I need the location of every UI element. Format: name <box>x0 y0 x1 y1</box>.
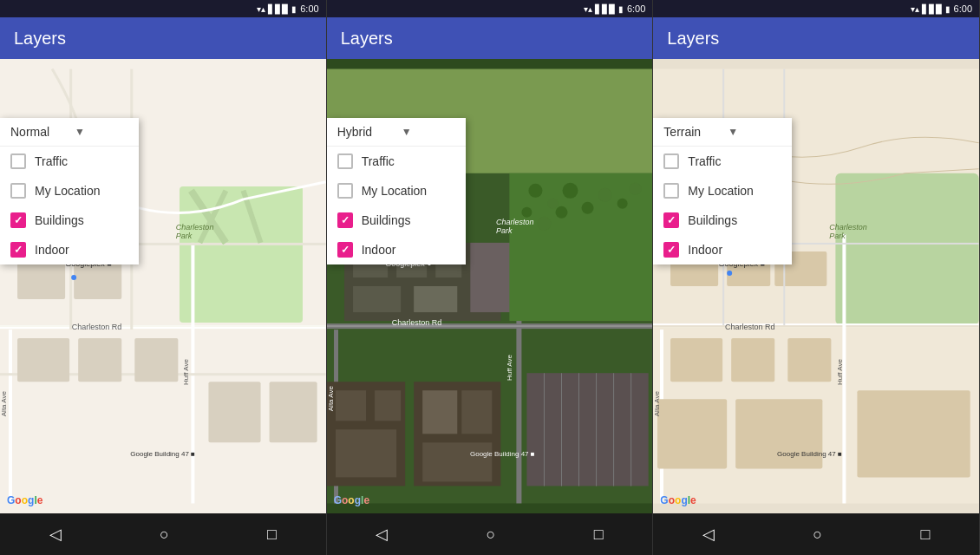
svg-rect-70 <box>657 399 727 468</box>
svg-point-39 <box>521 207 532 218</box>
svg-rect-28 <box>353 286 401 312</box>
status-icons: ▾▴ ▋▊▉ ▮ <box>257 4 297 14</box>
dropdown-row-terrain[interactable]: Normal Satellite Hybrid Terrain ▼ <box>653 118 792 147</box>
map-type-select-normal[interactable]: Normal Satellite Hybrid Terrain <box>10 125 71 139</box>
svg-point-36 <box>598 188 611 202</box>
label-alta-ave: Alta Ave <box>0 391 8 416</box>
checkbox-label-traffic-terrain: Traffic <box>688 154 721 168</box>
svg-point-38 <box>629 183 641 195</box>
dropdown-arrow-hybrid: ▼ <box>402 126 412 138</box>
checkbox-label-mylocation-normal: My Location <box>35 184 100 198</box>
checkbox-buildings-normal[interactable] <box>10 212 26 228</box>
checkbox-row-mylocation-hybrid[interactable]: My Location <box>327 176 466 206</box>
checkbox-row-buildings-hybrid[interactable]: Buildings <box>327 206 466 235</box>
label-huff-ave-hybrid: Huff Ave <box>506 355 513 381</box>
label-building47: Google Building 47 ■ <box>130 450 195 458</box>
checkbox-label-indoor-hybrid: Indoor <box>362 243 396 257</box>
dropdown-arrow-normal: ▼ <box>75 126 85 138</box>
nav-recents-normal[interactable]: □ <box>250 519 294 551</box>
checkbox-mylocation-normal[interactable] <box>10 183 26 199</box>
wifi-icon-terrain: ▾▴ <box>911 4 919 14</box>
checkbox-row-indoor-normal[interactable]: Indoor <box>0 235 139 264</box>
signal-icon-hybrid: ▋▊▉ <box>595 4 616 14</box>
checkbox-row-traffic-hybrid[interactable]: Traffic <box>327 147 466 176</box>
wifi-icon: ▾▴ <box>257 4 265 14</box>
checkbox-row-buildings-terrain[interactable]: Buildings <box>653 206 792 235</box>
checkbox-row-mylocation-terrain[interactable]: My Location <box>653 176 792 206</box>
panel-normal: ▾▴ ▋▊▉ ▮ 6:00 Layers <box>0 0 327 555</box>
svg-rect-44 <box>375 390 401 421</box>
checkbox-traffic-terrain[interactable] <box>663 153 679 169</box>
label-charleston-rd: Charleston Rd <box>72 323 122 331</box>
app-bar-hybrid: Layers <box>327 17 653 59</box>
svg-rect-49 <box>422 442 492 481</box>
nav-back-normal[interactable]: ◁ <box>32 518 79 551</box>
checkbox-row-indoor-hybrid[interactable]: Indoor <box>327 235 466 264</box>
nav-back-hybrid[interactable]: ◁ <box>358 518 405 551</box>
nav-bar-terrain: ◁ ○ □ <box>653 513 979 555</box>
checkbox-row-indoor-terrain[interactable]: Indoor <box>653 235 792 264</box>
wifi-icon-hybrid: ▾▴ <box>584 4 592 14</box>
status-time: 6:00 <box>300 3 318 14</box>
checkbox-label-buildings-terrain: Buildings <box>688 213 737 227</box>
svg-rect-43 <box>336 390 366 421</box>
checkbox-row-mylocation-normal[interactable]: My Location <box>0 176 139 206</box>
nav-recents-hybrid[interactable]: □ <box>577 519 621 551</box>
map-type-select-hybrid[interactable]: Normal Satellite Hybrid Terrain <box>337 125 398 139</box>
nav-bar-hybrid: ◁ ○ □ <box>327 513 653 555</box>
nav-home-terrain[interactable]: ○ <box>795 519 840 551</box>
overlay-panel-normal: Normal Satellite Hybrid Terrain ▼ Traffi… <box>0 118 139 264</box>
checkbox-indoor-terrain[interactable] <box>663 242 679 258</box>
checkbox-label-indoor-terrain: Indoor <box>688 243 722 257</box>
svg-rect-1 <box>0 325 326 327</box>
map-hybrid: Googleplex ● CharlestonPark Charleston R… <box>327 59 653 513</box>
checkbox-traffic-normal[interactable] <box>10 153 26 169</box>
checkbox-row-traffic-normal[interactable]: Traffic <box>0 147 139 176</box>
svg-rect-48 <box>461 390 492 434</box>
nav-home-normal[interactable]: ○ <box>142 519 186 551</box>
label-huff-ave: Huff Ave <box>182 359 190 385</box>
checkbox-buildings-hybrid[interactable] <box>337 212 353 228</box>
svg-rect-13 <box>17 338 69 382</box>
svg-rect-29 <box>414 286 457 312</box>
status-icons-hybrid: ▾▴ ▋▊▉ ▮ <box>584 4 624 14</box>
nav-home-hybrid[interactable]: ○ <box>469 519 513 551</box>
app-bar-normal: Layers <box>0 17 326 59</box>
svg-point-35 <box>581 202 593 214</box>
status-time-terrain: 6:00 <box>954 3 972 14</box>
checkbox-label-indoor-normal: Indoor <box>35 243 69 257</box>
google-logo-terrain: Google <box>660 494 696 506</box>
app-bar-title-normal: Layers <box>14 29 66 49</box>
battery-icon-terrain: ▮ <box>945 4 951 14</box>
checkbox-indoor-normal[interactable] <box>10 242 26 258</box>
checkbox-buildings-terrain[interactable] <box>663 212 679 228</box>
checkbox-label-mylocation-terrain: My Location <box>688 184 753 198</box>
label-building47-hybrid: Google Building 47 ■ <box>470 450 535 458</box>
panel-terrain: ▾▴ ▋▊▉ ▮ 6:00 Layers <box>653 0 980 555</box>
svg-rect-69 <box>788 338 832 382</box>
svg-rect-11 <box>17 260 65 299</box>
battery-icon-hybrid: ▮ <box>618 4 624 14</box>
svg-point-40 <box>537 217 551 231</box>
dropdown-row-normal[interactable]: Normal Satellite Hybrid Terrain ▼ <box>0 118 139 147</box>
nav-recents-terrain[interactable]: □ <box>903 519 947 551</box>
svg-rect-17 <box>270 382 317 442</box>
dropdown-row-hybrid[interactable]: Normal Satellite Hybrid Terrain ▼ <box>327 118 466 147</box>
checkbox-indoor-hybrid[interactable] <box>337 242 353 258</box>
svg-point-76 <box>727 271 732 276</box>
checkbox-row-buildings-normal[interactable]: Buildings <box>0 206 139 235</box>
checkbox-row-traffic-terrain[interactable]: Traffic <box>653 147 792 176</box>
nav-back-terrain[interactable]: ◁ <box>685 518 732 551</box>
label-charleston-park: CharlestonPark <box>176 223 214 240</box>
checkbox-mylocation-terrain[interactable] <box>663 183 679 199</box>
map-type-select-terrain[interactable]: Normal Satellite Hybrid Terrain <box>663 125 724 139</box>
svg-rect-51 <box>526 373 648 486</box>
svg-rect-3 <box>9 330 12 503</box>
svg-rect-59 <box>836 173 979 325</box>
svg-rect-14 <box>78 338 121 382</box>
checkbox-label-traffic-normal: Traffic <box>35 154 68 168</box>
label-charleston-park-terrain: CharlestonPark <box>829 223 867 240</box>
svg-rect-67 <box>670 338 722 382</box>
checkbox-mylocation-hybrid[interactable] <box>337 183 353 199</box>
checkbox-traffic-hybrid[interactable] <box>337 153 353 169</box>
